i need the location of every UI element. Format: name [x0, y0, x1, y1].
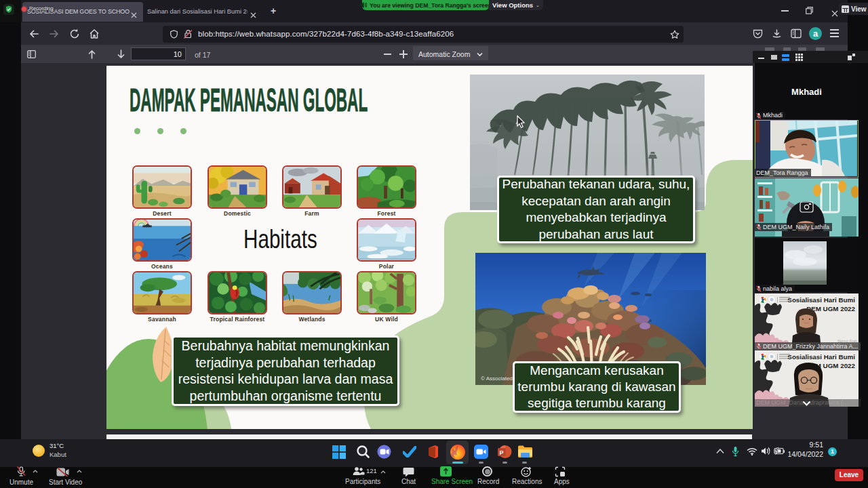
- svg-text:Sosialisasi Hari Bumi: Sosialisasi Hari Bumi: [787, 296, 855, 304]
- svg-text:P: P: [500, 449, 504, 456]
- svg-text:Sosialisasi Hari Bumi: Sosialisasi Hari Bumi: [787, 353, 855, 361]
